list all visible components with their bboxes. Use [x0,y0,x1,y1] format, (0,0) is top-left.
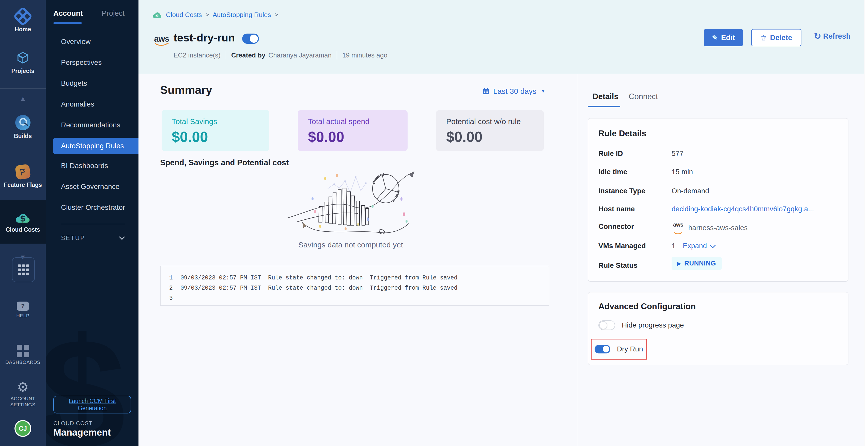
gear-icon: ⚙ [0,380,46,394]
sidebar-item-recommendations[interactable]: Recommendations [61,121,120,129]
host-name-link[interactable]: deciding-kodiak-cg4qcs4h0mmv6lo7gqkg.a..… [672,205,814,213]
rail-label-dashboards: DASHBOARDS [0,359,46,365]
module-eyebrow: CLOUD COST [53,420,92,427]
sidebar-item-autostopping-rules[interactable]: AutoStopping Rules [53,138,138,154]
cloud-dollar-icon: $ [14,211,31,224]
rail-label-builds: Builds [0,133,46,140]
breadcrumb-autostopping-rules[interactable]: AutoStopping Rules [213,11,271,19]
tab-underline [53,22,82,24]
rule-subtitle: EC2 instance(s) Created by Charanya Jaya… [174,51,388,60]
hide-progress-label: Hide progress page [622,321,684,329]
sidebar-item-bi-dashboards[interactable]: BI Dashboards [61,162,108,170]
rail-label-home: Home [0,26,46,33]
tab-connect[interactable]: Connect [629,92,658,101]
active-tab-underline [588,106,620,107]
rule-activity-log[interactable]: 109/03/2023 02:57 PM IST Rule state chan… [160,266,549,306]
tab-details[interactable]: Details [593,92,618,101]
module-rail: Home Projects ▲ Builds Feature Flags $ C… [0,0,46,446]
rail-item-help[interactable]: ? HELP [0,302,46,319]
subtitle-divider [337,51,337,60]
rail-item-account-settings[interactable]: ⚙ ACCOUNT SETTINGS [0,380,46,408]
expand-vms-link[interactable]: Expand [683,242,707,250]
rail-label-projects: Projects [0,68,46,75]
sidebar-item-budgets[interactable]: Budgets [61,79,87,87]
sidebar-item-overview[interactable]: Overview [61,38,91,46]
rail-item-builds[interactable]: Builds [0,115,46,140]
sidebar-item-asset-governance[interactable]: Asset Governance [61,183,119,191]
log-line: 209/03/2023 02:57 PM IST Rule state chan… [169,283,549,293]
breadcrumb: $ Cloud Costs > AutoStopping Rules > [152,10,282,19]
sidebar-item-cluster-orchestrator[interactable]: Cluster Orchestrator [61,203,125,212]
tab-account[interactable]: Account [53,9,83,18]
trash-icon [760,34,767,41]
aws-logo-small: aws [672,220,685,236]
row-label: Instance Type [598,187,645,195]
sidebar-item-anomalies[interactable]: Anomalies [61,100,94,108]
sidebar-item-perspectives[interactable]: Perspectives [61,58,102,67]
module-picker-button[interactable] [12,257,35,282]
grid-icon [18,264,29,275]
builds-icon [15,115,30,130]
idle-time-value: 15 min [672,168,693,176]
rail-label-cloud-costs: Cloud Costs [0,226,46,233]
row-label: Idle time [598,168,627,176]
total-actual-spend-card: Total actual spend $0.00 [298,110,408,151]
cloud-costs-breadcrumb-icon: $ [152,10,162,19]
card-label: Potential cost w/o rule [446,117,521,126]
module-title: Management [53,427,111,438]
svg-text:$: $ [156,14,158,18]
cube-icon [16,50,30,65]
tab-project[interactable]: Project [102,9,125,18]
empty-chart-caption: Savings data not computed yet [282,241,419,249]
page-title: test-dry-run [174,32,235,44]
refresh-icon: ↻ [814,31,821,41]
rail-item-projects[interactable]: Projects [0,50,46,75]
empty-chart-illustration [282,168,419,239]
rail-divider [0,88,46,89]
resource-type: EC2 instance(s) [174,51,221,59]
rail-item-feature-flags[interactable]: Feature Flags [0,165,46,188]
created-by-label: Created by [231,51,265,59]
rail-item-cloud-costs[interactable]: $ Cloud Costs [0,211,46,233]
dry-run-highlight-box: Dry Run [591,339,647,360]
chevron-down-icon[interactable] [119,234,125,240]
user-avatar[interactable]: CJ [0,420,46,437]
total-savings-card: Total Savings $0.00 [162,110,269,151]
advanced-config-title: Advanced Configuration [598,302,696,311]
dry-run-toggle[interactable] [595,345,610,353]
delete-button[interactable]: Delete [751,29,801,46]
rail-label-feature-flags: Feature Flags [0,182,46,188]
rule-status-badge: ▶ RUNNING [672,257,722,270]
card-value: $0.00 [172,128,208,145]
row-label: Connector [598,222,634,231]
rail-item-dashboards[interactable]: DASHBOARDS [0,345,46,365]
rule-details-card: Rule Details Rule ID 577 Idle time 15 mi… [588,118,848,282]
chevron-down-icon[interactable] [710,243,716,248]
breadcrumb-cloud-costs[interactable]: Cloud Costs [166,11,202,19]
log-line: 109/03/2023 02:57 PM IST Rule state chan… [169,273,549,283]
svg-text:$: $ [20,214,26,224]
refresh-button[interactable]: ↻ Refresh [814,31,851,41]
row-label: Rule Status [598,261,638,270]
edit-button[interactable]: ✎ Edit [704,29,743,46]
card-value: $0.00 [308,128,344,145]
row-label: VMs Managed [598,242,646,250]
rail-item-home[interactable]: Home [0,9,46,33]
created-age: 19 minutes ago [342,51,388,59]
breadcrumb-separator: > [206,11,209,18]
hide-progress-toggle[interactable] [598,320,615,330]
rule-enabled-toggle[interactable] [242,34,259,44]
setup-section-toggle[interactable]: SETUP [61,234,85,242]
card-label: Total actual spend [308,117,369,126]
scroll-up-icon[interactable]: ▲ [0,95,46,102]
content-area: Summary Last 30 days ▼ Total Savings $0.… [138,74,864,446]
row-label: Rule ID [598,150,623,158]
details-panel: Details Connect Rule Details Rule ID 577… [577,74,862,446]
date-range-dropdown[interactable]: Last 30 days ▼ [482,87,545,96]
date-range-label: Last 30 days [493,87,536,96]
launch-ccm-first-gen-button[interactable]: Launch CCM First Generation [53,396,131,413]
card-value: $0.00 [446,128,483,145]
scrollbar-track[interactable] [864,0,868,446]
cloud-costs-sidebar: $ Account Project Overview Perspectives … [46,0,138,446]
summary-heading: Summary [160,83,212,97]
